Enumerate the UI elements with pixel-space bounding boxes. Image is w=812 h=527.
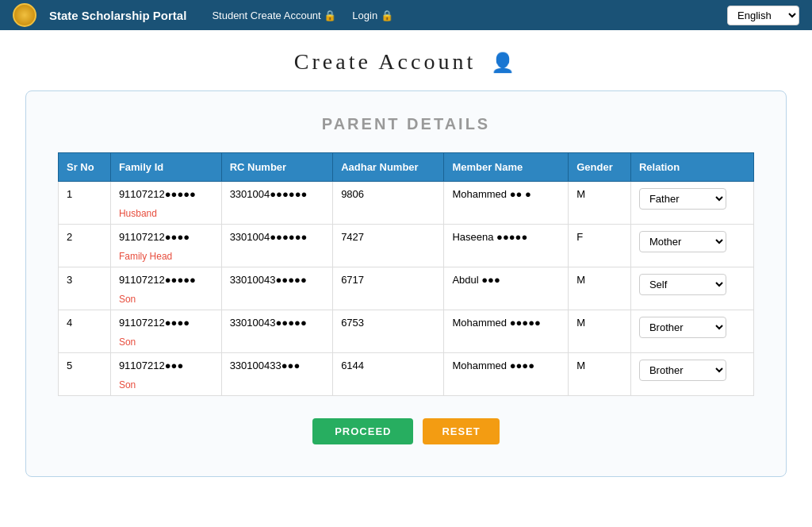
cell-sr: 3 — [59, 267, 111, 310]
cell-family-id: 91107212●●●●●Son — [110, 267, 221, 310]
cell-gender: M — [569, 310, 631, 353]
col-family-id: Family Id — [110, 153, 221, 182]
cell-relation[interactable]: FatherMotherSelfBrotherSisterHusbandWife… — [630, 310, 753, 353]
cell-relation[interactable]: FatherMotherSelfBrotherSisterHusbandWife… — [630, 182, 753, 225]
table-row: 291107212●●●●Family Head3301004●●●●●●742… — [59, 225, 754, 267]
cell-family-id: 91107212●●●●Son — [110, 310, 221, 353]
cell-family-id: 91107212●●●Son — [110, 353, 221, 396]
header: State Scholarship Portal Student Create … — [0, 0, 812, 30]
main-container: PARENT DETAILS Sr No Family Id RC Number… — [25, 90, 787, 477]
table-row: 591107212●●●Son330100433●●●6144Mohammed … — [59, 353, 754, 396]
cell-member-name: Mohammed ●●●●● — [444, 310, 569, 353]
cell-rc-number: 3301004●●●●●● — [221, 182, 333, 225]
language-select[interactable]: English Hindi Kannada — [727, 6, 799, 25]
relation-select-5[interactable]: FatherMotherSelfBrotherSisterHusbandWife… — [639, 360, 726, 381]
cell-aadhar: 6753 — [333, 310, 444, 353]
cell-member-name: Abdul ●●● — [444, 267, 569, 310]
site-logo — [13, 3, 36, 27]
cell-rc-number: 330100433●●● — [221, 353, 333, 396]
cell-rc-number: 33010043●●●●● — [221, 267, 333, 310]
reset-button[interactable]: RESET — [423, 418, 499, 444]
cell-sr: 1 — [59, 182, 111, 225]
col-rc-number: RC Number — [221, 153, 333, 182]
relation-select-2[interactable]: FatherMotherSelfBrotherSisterHusbandWife… — [639, 231, 726, 252]
cell-member-name: Haseena ●●●●● — [444, 225, 569, 267]
table-header-row: Sr No Family Id RC Number Aadhar Number … — [59, 153, 754, 182]
table-row: 191107212●●●●●Husband3301004●●●●●●9806Mo… — [59, 182, 754, 225]
cell-member-name: Mohammed ●● ● — [444, 182, 569, 225]
cell-relation[interactable]: FatherMotherSelfBrotherSisterHusbandWife… — [630, 353, 753, 396]
cell-aadhar: 7427 — [333, 225, 444, 267]
cell-member-name: Mohammed ●●●● — [444, 353, 569, 396]
col-gender: Gender — [569, 153, 631, 182]
cell-family-id: 91107212●●●●●Husband — [110, 182, 221, 225]
parent-table: Sr No Family Id RC Number Aadhar Number … — [58, 152, 754, 396]
user-icon: 👤 — [491, 52, 518, 73]
cell-sr: 2 — [59, 225, 111, 267]
relation-select-4[interactable]: FatherMotherSelfBrotherSisterHusbandWife… — [639, 317, 726, 338]
table-row: 491107212●●●●Son33010043●●●●●6753Mohamme… — [59, 310, 754, 353]
page-title: Create Account 👤 — [294, 49, 518, 74]
button-area: PROCEED RESET — [58, 418, 754, 444]
relation-select-3[interactable]: FatherMotherSelfBrotherSisterHusbandWife… — [639, 274, 726, 295]
cell-aadhar: 6144 — [333, 353, 444, 396]
cell-gender: M — [569, 353, 631, 396]
cell-sr: 5 — [59, 353, 111, 396]
cell-aadhar: 9806 — [333, 182, 444, 225]
page-title-area: Create Account 👤 — [0, 30, 812, 83]
col-sr-no: Sr No — [59, 153, 111, 182]
cell-relation[interactable]: FatherMotherSelfBrotherSisterHusbandWife… — [630, 267, 753, 310]
proceed-button[interactable]: PROCEED — [312, 418, 413, 444]
cell-rc-number: 33010043●●●●● — [221, 310, 333, 353]
section-title: PARENT DETAILS — [58, 115, 754, 133]
nav-login[interactable]: Login 🔒 — [352, 10, 393, 21]
cell-rc-number: 3301004●●●●●● — [221, 225, 333, 267]
col-member-name: Member Name — [444, 153, 569, 182]
header-nav: Student Create Account 🔒 Login 🔒 — [212, 10, 393, 21]
cell-sr: 4 — [59, 310, 111, 353]
col-relation: Relation — [630, 153, 753, 182]
cell-gender: F — [569, 225, 631, 267]
cell-gender: M — [569, 267, 631, 310]
cell-aadhar: 6717 — [333, 267, 444, 310]
cell-relation[interactable]: FatherMotherSelfBrotherSisterHusbandWife… — [630, 225, 753, 267]
nav-create-account[interactable]: Student Create Account 🔒 — [212, 10, 336, 21]
site-title: State Scholarship Portal — [49, 9, 186, 22]
cell-family-id: 91107212●●●●Family Head — [110, 225, 221, 267]
cell-gender: M — [569, 182, 631, 225]
relation-select-1[interactable]: FatherMotherSelfBrotherSisterHusbandWife… — [639, 188, 726, 210]
col-aadhar: Aadhar Number — [333, 153, 444, 182]
table-row: 391107212●●●●●Son33010043●●●●●6717Abdul … — [59, 267, 754, 310]
